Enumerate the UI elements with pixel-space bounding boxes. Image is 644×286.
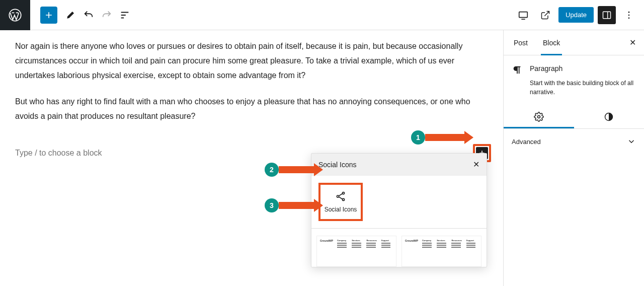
inserter-clear-icon[interactable]: ✕	[473, 160, 479, 169]
chevron-down-icon	[627, 137, 636, 146]
annotation-callout: 1	[411, 130, 473, 145]
new-block-placeholder[interactable]: Type / to choose a block	[15, 149, 102, 158]
pattern-preview[interactable]: GroundWP Company Services Resources Supp…	[401, 236, 481, 267]
annotation-badge: 3	[265, 198, 279, 212]
inserter-patterns-preview: GroundWP Company Services Resources Supp…	[311, 228, 487, 267]
tab-block[interactable]: Block	[541, 30, 562, 55]
block-title: Paragraph	[530, 64, 562, 73]
sub-tab-styles[interactable]	[574, 105, 645, 128]
advanced-section-toggle[interactable]: Advanced	[504, 129, 644, 154]
paragraph-block[interactable]: Nor again is there anyone who loves or p…	[15, 39, 483, 83]
tab-post[interactable]: Post	[512, 30, 530, 55]
svg-point-5	[628, 17, 630, 19]
sub-tab-settings[interactable]	[504, 105, 574, 128]
paragraph-icon	[512, 64, 523, 76]
svg-point-8	[342, 198, 344, 200]
block-inserter-popover: ✕ Social Icons GroundWP Company Services…	[311, 153, 487, 267]
editor-canvas: Nor again is there anyone who loves or p…	[0, 30, 503, 286]
block-inserter-toggle[interactable]	[40, 7, 57, 24]
top-toolbar: Update	[0, 0, 644, 30]
wordpress-logo[interactable]	[0, 0, 30, 30]
inserter-search-input[interactable]	[318, 161, 449, 169]
svg-point-6	[342, 192, 344, 194]
share-icon	[335, 191, 346, 202]
document-overview-icon[interactable]	[116, 6, 134, 24]
block-result-social-icons[interactable]: Social Icons	[318, 183, 363, 221]
update-button[interactable]: Update	[558, 7, 594, 23]
contrast-icon	[604, 112, 614, 122]
more-options-button[interactable]	[620, 6, 638, 24]
gear-icon	[534, 112, 544, 122]
paragraph-block[interactable]: But who has any right to find fault with…	[15, 95, 483, 124]
undo-button[interactable]	[79, 6, 98, 24]
close-sidebar-icon[interactable]: ✕	[629, 38, 636, 47]
svg-point-7	[337, 195, 339, 197]
edit-tool-icon[interactable]	[61, 6, 79, 24]
svg-rect-2	[603, 12, 611, 18]
svg-point-9	[537, 115, 540, 118]
svg-point-4	[628, 14, 630, 16]
redo-button[interactable]	[98, 6, 116, 24]
svg-point-3	[628, 11, 630, 13]
settings-sidebar: Post Block ✕ Paragraph Start with the ba…	[503, 30, 644, 286]
annotation-badge: 1	[411, 130, 425, 145]
block-description: Start with the basic building block of a…	[504, 79, 644, 105]
annotation-callout: 2	[265, 163, 323, 177]
view-desktop-icon[interactable]	[514, 6, 532, 24]
block-result-label: Social Icons	[325, 206, 357, 213]
svg-rect-1	[519, 12, 528, 17]
advanced-label: Advanced	[512, 138, 541, 146]
annotation-badge: 2	[265, 163, 279, 177]
annotation-callout: 3	[265, 198, 323, 212]
pattern-preview[interactable]: GroundWP Company Services Resources Supp…	[316, 236, 396, 267]
external-link-icon[interactable]	[536, 6, 554, 24]
settings-panel-toggle[interactable]	[598, 6, 616, 24]
